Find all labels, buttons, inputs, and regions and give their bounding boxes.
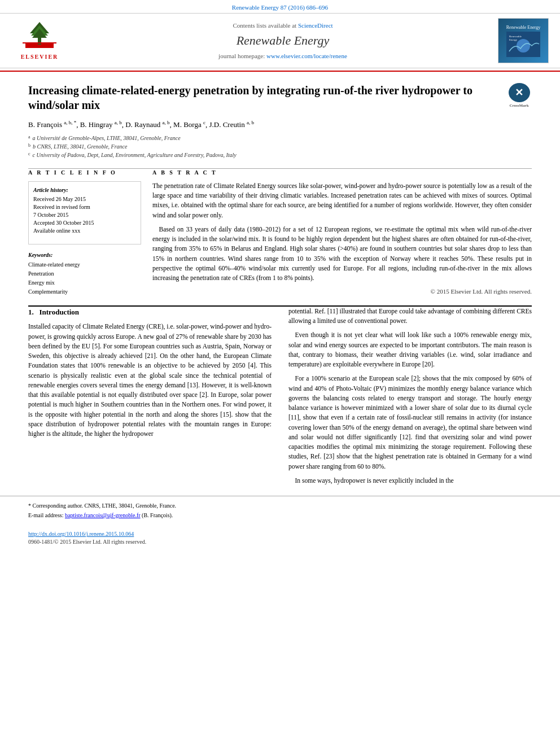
sciencedirect-link[interactable]: ScienceDirect [298, 22, 333, 29]
intro-para1: Installed capacity of Climate Related En… [28, 322, 272, 439]
keyword-3: Energy mix [28, 278, 141, 287]
intro-para4: For a 100% scenario at the European scal… [288, 374, 532, 471]
thumbnail-image: Renewable Energy [506, 32, 540, 57]
page-footer: http://dx.doi.org/10.1016/j.renene.2015.… [0, 527, 560, 549]
footnote-section: * Corresponding author. CNRS, LTHE, 3804… [0, 496, 560, 527]
elsevier-tree-icon [20, 21, 59, 52]
crossmark-icon: ✕ [515, 86, 523, 99]
body-col-left: 1. Introduction Installed capacity of Cl… [28, 307, 272, 490]
abstract-para2: Based on 33 years of daily data (1980–20… [152, 225, 532, 283]
article-info-abstract: A R T I C L E I N F O Article history: R… [0, 169, 560, 296]
revised-date: 7 October 2015 [33, 211, 136, 219]
keyword-4: Complementarity [28, 287, 141, 296]
email-link[interactable]: baptiste.francois@ujf-grenoble.fr [65, 512, 141, 518]
intro-para5: In some ways, hydropower is never explic… [288, 476, 532, 486]
received-date: Received 26 May 2015 [33, 195, 136, 203]
online-date: Available online xxx [33, 227, 136, 235]
body-col-right: potential. Ref. [11] illustrated that Eu… [288, 307, 532, 490]
revised-label: Received in revised form [33, 203, 136, 211]
page: Renewable Energy 87 (2016) 686–696 ELSEV… [0, 0, 560, 747]
abstract-para1: The penetration rate of Climate Related … [152, 181, 532, 220]
journal-banner: ELSEVIER Contents lists available at Sci… [0, 13, 560, 68]
keywords-label: Keywords: [28, 251, 141, 259]
journal-thumbnail: Renewable Energy Renewable Energy [498, 18, 549, 63]
article-info-col: A R T I C L E I N F O Article history: R… [28, 169, 141, 296]
journal-ref: Renewable Energy 87 (2016) 686–696 [0, 0, 560, 13]
authors-line: B. François a, b, *, B. Hingray a, b, D.… [28, 119, 532, 130]
keywords-section: Keywords: Climate-related energy Penetra… [28, 251, 141, 296]
abstract-col: A B S T R A C T The penetration rate of … [152, 169, 532, 296]
crossmark-label: CrossMark [509, 103, 528, 108]
accepted-date: Accepted 30 October 2015 [33, 219, 136, 227]
contents-line: Contents lists available at ScienceDirec… [68, 21, 498, 30]
svg-rect-5 [23, 42, 56, 43]
journal-title: Renewable Energy [68, 32, 498, 50]
elsevier-text: ELSEVIER [21, 53, 59, 61]
article-title: Increasing climate-related-energy penetr… [28, 83, 532, 112]
article-history: Article history: Received 26 May 2015 Re… [33, 186, 136, 235]
thumbnail-title: Renewable Energy [506, 25, 541, 30]
crossmark-circle: ✕ [509, 83, 530, 102]
article-info-box: Article history: Received 26 May 2015 Re… [28, 181, 141, 244]
affil-b: b b CNRS, LTHE, 38041, Grenoble, France [28, 142, 532, 151]
intro-para3: Even though it is not yet clear what wil… [288, 330, 532, 369]
body-section: 1. Introduction Installed capacity of Cl… [0, 307, 560, 490]
email-note: E-mail address: baptiste.francois@ujf-gr… [28, 512, 532, 519]
intro-para2: potential. Ref. [11] illustrated that Eu… [288, 307, 532, 326]
affil-c: c c University of Padova, Dept, Land, En… [28, 151, 532, 159]
journal-header: Renewable Energy 87 (2016) 686–696 ELSEV… [0, 0, 560, 72]
article-info-label: A R T I C L E I N F O [28, 169, 141, 177]
affiliations: a a Université de Grenoble-Alpes, LTHE, … [28, 134, 532, 159]
journal-center: Contents lists available at ScienceDirec… [68, 21, 498, 61]
homepage-link[interactable]: www.elsevier.com/locate/renene [266, 53, 347, 59]
affil-a: a a Université de Grenoble-Alpes, LTHE, … [28, 134, 532, 142]
abstract-text: The penetration rate of Climate Related … [152, 181, 532, 283]
copyright-line: © 2015 Elsevier Ltd. All rights reserved… [152, 287, 532, 296]
elsevier-logo: ELSEVIER [11, 21, 68, 61]
article-title-section: Increasing climate-related-energy penetr… [0, 72, 560, 168]
homepage-line: journal homepage: www.elsevier.com/locat… [68, 52, 498, 60]
svg-text:Energy: Energy [509, 38, 518, 41]
keyword-2: Penetration [28, 269, 141, 278]
abstract-label: A B S T R A C T [152, 169, 532, 177]
crossmark-badge[interactable]: ✕ CrossMark [506, 83, 532, 108]
doi-link[interactable]: http://dx.doi.org/10.1016/j.renene.2015.… [28, 531, 134, 537]
issn-line: 0960-1481/© 2015 Elsevier Ltd. All right… [28, 538, 532, 546]
corresponding-note: * Corresponding author. CNRS, LTHE, 3804… [28, 502, 532, 510]
intro-title: 1. Introduction [28, 307, 272, 318]
keyword-1: Climate-related energy [28, 260, 141, 269]
svg-text:Renewable: Renewable [509, 35, 522, 38]
history-label: Article history: [33, 186, 136, 194]
doi-line: http://dx.doi.org/10.1016/j.renene.2015.… [28, 530, 532, 538]
